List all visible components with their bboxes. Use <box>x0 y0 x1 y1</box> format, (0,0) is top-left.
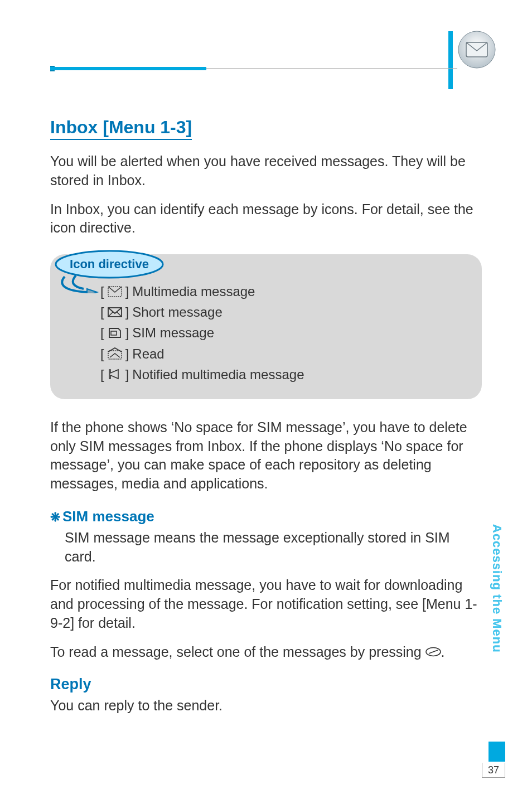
reply-body: You can reply to the sender. <box>50 696 482 715</box>
side-tab: Accessing the Menu <box>489 524 505 736</box>
icon-directive-item-text: SIM message <box>132 322 214 343</box>
notified-mms-icon <box>108 369 122 380</box>
intro-paragraph-1: You will be alerted when you have receiv… <box>50 152 482 190</box>
side-tab-text: Accessing the Menu <box>490 524 504 653</box>
svg-rect-7 <box>108 351 122 359</box>
sim-msg-icon <box>108 327 122 338</box>
reply-heading: Reply <box>50 676 482 693</box>
svg-line-9 <box>429 650 438 653</box>
read-icon <box>108 348 122 359</box>
sim-message-heading-text: SIM message <box>62 508 154 525</box>
sim-message-body: SIM message means the message exceptiona… <box>65 529 482 566</box>
no-space-paragraph: If the phone shows ‘No space for SIM mes… <box>50 418 482 493</box>
header-thin-line <box>206 68 457 69</box>
icon-directive-item: [ ] SIM message <box>100 322 460 343</box>
icon-directive-item: [ ] Short message <box>100 302 460 322</box>
envelope-3d-icon <box>457 30 496 69</box>
page-number: 37 <box>482 763 505 778</box>
icon-directive-label-text: Icon directive <box>70 257 149 271</box>
header-vertical-bar <box>448 31 453 89</box>
sim-message-heading: ❋SIM message <box>50 508 482 525</box>
icon-directive-callout: Icon directive [ ] Multimedia message [ <box>50 254 482 399</box>
icon-directive-item-text: Notified multimedia message <box>132 364 304 385</box>
icon-directive-item-text: Read <box>132 343 164 364</box>
icon-directive-item-text: Short message <box>132 302 222 322</box>
notified-mms-paragraph: For notified multimedia message, you hav… <box>50 576 482 632</box>
read-instruction: To read a message, select one of the mes… <box>50 643 482 662</box>
read-instruction-prefix: To read a message, select one of the mes… <box>50 644 425 660</box>
read-instruction-suffix: . <box>441 644 445 660</box>
svg-rect-6 <box>111 331 117 335</box>
side-tab-accent-bar <box>489 742 505 762</box>
icon-directive-item: [ ] Notified multimedia message <box>100 364 460 385</box>
svg-marker-3 <box>87 289 97 293</box>
page-header <box>41 0 532 89</box>
softkey-icon <box>425 646 441 657</box>
intro-paragraph-2: In Inbox, you can identify each message … <box>50 200 482 238</box>
icon-directive-item: [ ] Read <box>100 343 460 364</box>
icon-directive-label: Icon directive <box>54 250 176 296</box>
bullet-icon: ❋ <box>50 510 60 524</box>
header-accent-bar <box>50 67 206 70</box>
sms-icon <box>108 307 122 318</box>
section-title: Inbox [Menu 1-3] <box>50 117 192 140</box>
